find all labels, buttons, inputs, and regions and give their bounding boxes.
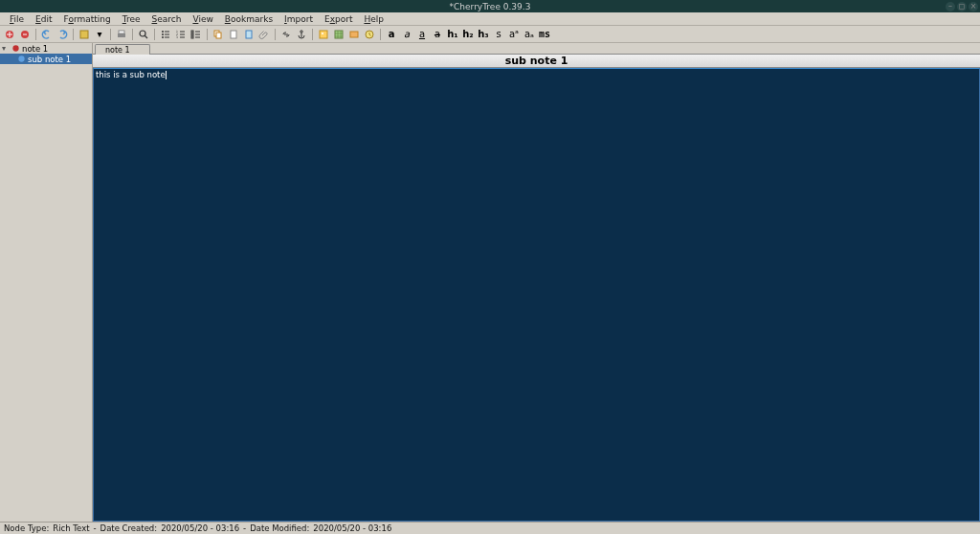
- menubar: File Edit Formatting Tree Search View Bo…: [0, 12, 980, 26]
- menu-edit[interactable]: Edit: [30, 13, 57, 25]
- node-add-icon[interactable]: [3, 28, 16, 41]
- attach-icon[interactable]: [257, 28, 271, 41]
- svg-rect-14: [191, 36, 193, 38]
- cherry-blue-icon: [17, 55, 26, 63]
- status-separator: -: [92, 523, 99, 533]
- statusbar: Node Type: Rich Text - Date Created: 202…: [0, 522, 980, 534]
- menu-formatting[interactable]: Formatting: [58, 13, 117, 25]
- h1-icon[interactable]: h₁: [446, 28, 459, 41]
- bold-icon[interactable]: a: [385, 28, 398, 41]
- subscript-icon[interactable]: aₐ: [523, 28, 536, 41]
- svg-rect-20: [320, 31, 327, 38]
- svg-rect-17: [231, 31, 236, 38]
- tree-node-child[interactable]: sub note 1: [0, 54, 92, 64]
- menu-import[interactable]: Import: [278, 13, 319, 25]
- status-node-type-value: Rich Text: [51, 523, 91, 533]
- svg-rect-22: [335, 31, 343, 38]
- save-icon[interactable]: [78, 28, 91, 41]
- text-cursor: [166, 71, 167, 79]
- toolbar-separator: [35, 29, 36, 40]
- timestamp-icon[interactable]: [363, 28, 376, 41]
- menu-view[interactable]: View: [187, 13, 218, 25]
- tab-note1[interactable]: note 1: [95, 44, 150, 55]
- tab-label: note 1: [105, 46, 130, 55]
- cut-icon[interactable]: [227, 28, 240, 41]
- node-name-header[interactable]: sub note 1: [93, 55, 980, 68]
- menu-bookmarks[interactable]: Bookmarks: [219, 13, 278, 25]
- numbered-list-icon[interactable]: 123: [174, 28, 188, 41]
- svg-point-26: [18, 56, 24, 61]
- svg-rect-3: [118, 33, 125, 37]
- tree-node-label: note 1: [22, 44, 48, 54]
- bullet-list-icon[interactable]: [159, 28, 172, 41]
- tree-expander-icon[interactable]: ▾: [2, 44, 11, 53]
- table-icon[interactable]: [332, 28, 345, 41]
- menu-help[interactable]: Help: [358, 13, 390, 25]
- monospace-icon[interactable]: ms: [538, 28, 551, 41]
- todo-list-icon[interactable]: [189, 28, 203, 41]
- status-created-label: Date Created:: [99, 523, 160, 533]
- status-separator: -: [241, 523, 248, 533]
- status-modified-label: Date Modified:: [248, 523, 311, 533]
- editor-text: this is a sub note: [96, 70, 166, 79]
- svg-rect-23: [350, 32, 358, 37]
- search-icon[interactable]: [137, 28, 150, 41]
- window-buttons: – ◻ ×: [946, 2, 978, 11]
- svg-rect-13: [191, 33, 193, 35]
- svg-rect-4: [119, 31, 124, 33]
- undo-icon[interactable]: [40, 28, 54, 41]
- print-icon[interactable]: [115, 28, 128, 41]
- italic-icon[interactable]: a: [400, 28, 413, 41]
- svg-point-19: [301, 30, 302, 32]
- tab-bar: note 1: [93, 43, 980, 55]
- strikethrough-icon[interactable]: a: [431, 28, 444, 41]
- paste-icon[interactable]: [242, 28, 256, 41]
- node-subadd-icon[interactable]: [18, 28, 32, 41]
- toolbar-separator: [154, 29, 155, 40]
- codebox-icon[interactable]: [347, 28, 361, 41]
- superscript-icon[interactable]: aᵃ: [507, 28, 521, 41]
- tree-node-label: sub note 1: [28, 55, 71, 64]
- svg-point-7: [162, 33, 164, 35]
- image-icon[interactable]: [317, 28, 330, 41]
- toolbar-separator: [73, 29, 74, 40]
- copy-icon[interactable]: [212, 28, 225, 41]
- menu-search[interactable]: Search: [145, 13, 187, 25]
- svg-rect-18: [246, 31, 252, 38]
- svg-rect-2: [80, 31, 88, 38]
- redo-icon[interactable]: [56, 28, 69, 41]
- maximize-button[interactable]: ◻: [957, 2, 967, 11]
- status-modified-value: 2020/05/20 - 03:16: [311, 523, 393, 533]
- underline-icon[interactable]: a: [415, 28, 429, 41]
- svg-point-21: [322, 33, 323, 34]
- main-panel: note 1 sub note 1 this is a sub note: [93, 43, 980, 522]
- menu-tree[interactable]: Tree: [117, 13, 146, 25]
- toolbar-separator: [312, 29, 313, 40]
- svg-text:3: 3: [176, 35, 178, 39]
- h3-icon[interactable]: h₃: [477, 28, 490, 41]
- status-created-value: 2020/05/20 - 03:16: [159, 523, 241, 533]
- link-icon[interactable]: [279, 28, 293, 41]
- text-editor[interactable]: this is a sub note: [93, 68, 980, 522]
- toolbar-separator: [380, 29, 381, 40]
- tree-node-root[interactable]: ▾ note 1: [0, 43, 92, 54]
- svg-point-25: [12, 45, 18, 51]
- toolbar-separator: [275, 29, 276, 40]
- close-button[interactable]: ×: [969, 2, 978, 11]
- toolbar-separator: [207, 29, 208, 40]
- save-dropdown-icon[interactable]: ▾: [93, 28, 106, 41]
- window-title: *CherryTree 0.39.3: [450, 2, 531, 11]
- cherry-red-icon: [11, 44, 20, 53]
- small-icon[interactable]: s: [492, 28, 505, 41]
- h2-icon[interactable]: h₂: [461, 28, 475, 41]
- anchor-icon[interactable]: [295, 28, 308, 41]
- svg-point-6: [162, 31, 164, 33]
- menu-file[interactable]: File: [4, 13, 30, 25]
- toolbar-separator: [110, 29, 111, 40]
- window-titlebar: *CherryTree 0.39.3 – ◻ ×: [0, 0, 980, 12]
- tree-panel[interactable]: ▾ note 1 sub note 1: [0, 43, 93, 522]
- minimize-button[interactable]: –: [946, 2, 955, 11]
- svg-rect-16: [216, 33, 221, 38]
- menu-export[interactable]: Export: [319, 13, 358, 25]
- status-node-type-label: Node Type:: [2, 523, 51, 533]
